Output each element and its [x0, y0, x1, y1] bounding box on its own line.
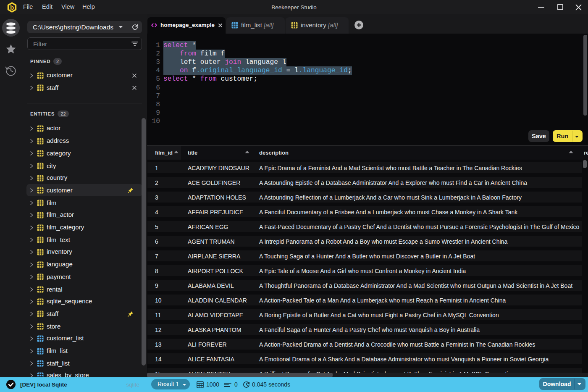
- svg-text:b: b: [10, 4, 14, 11]
